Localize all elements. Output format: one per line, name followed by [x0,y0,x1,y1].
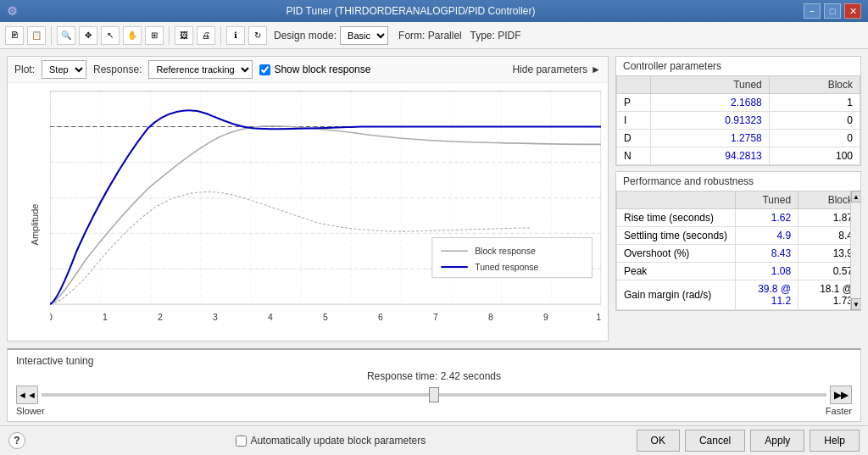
ok-button[interactable]: OK [637,430,680,452]
toolbar-icon-hand[interactable]: ✋ [123,26,142,45]
help-button[interactable]: Help [810,430,860,452]
toolbar-icon-cursor[interactable]: ↖ [101,26,120,45]
toolbar-separator-2 [169,26,170,45]
perf-tuned: 4.9 [736,227,798,245]
svg-text:7: 7 [433,313,438,322]
params-panel: Controller parameters Tuned Block P 2.16… [615,56,861,341]
window-controls: − □ ✕ [804,3,861,19]
perf-table: Tuned Block Rise time (seconds) 1.62 1.8… [616,191,860,310]
close-button[interactable]: ✕ [844,3,861,19]
chart-container: Amplitude Time (seconds) [8,83,608,348]
perf-col-tuned: Tuned [736,191,798,209]
show-block-response-label: Show block response [259,64,370,75]
svg-text:10: 10 [596,313,601,322]
slider-faster-label: Faster [826,406,852,416]
controller-params-table: Tuned Block P 2.1688 1 I 0.91323 0 D 1.2… [616,75,860,165]
slider-thumb[interactable] [429,387,439,402]
chart-svg: 0 0.2 0.4 0.6 0.8 1 1.2 0 1 2 3 4 5 6 7 [50,90,601,341]
plot-controls: Plot: Step Response: Reference tracking … [8,57,608,83]
table-row: P 2.1688 1 [617,94,860,112]
svg-text:4: 4 [268,313,273,322]
toolbar-icon-2[interactable]: 📋 [27,26,46,45]
param-tuned: 0.91323 [651,112,770,130]
slider-labels: Slower Faster [16,406,852,416]
perf-label: Peak [617,263,736,280]
toolbar-icon-grid[interactable]: ⊞ [145,26,164,45]
perf-robustness-title: Performance and robustness [616,172,860,191]
col-header-label [617,76,651,94]
table-row: Gain margin (rad/s) 39.8 @ 11.2 18.1 @ 1… [617,280,860,310]
table-row: Peak 1.08 0.57 [617,263,860,280]
toolbar-separator-1 [51,26,52,45]
y-axis-label: Amplitude [30,204,40,246]
slider-row: ◄◄ ▶▶ [16,386,852,404]
toolbar-icon-pan[interactable]: ✥ [79,26,97,45]
maximize-button[interactable]: □ [824,3,841,19]
top-section: Plot: Step Response: Reference tracking … [0,49,868,348]
perf-label: Rise time (seconds) [617,209,736,227]
plot-label: Plot: [14,64,35,75]
interactive-tuning-section: Interactive tuning Response time: 2.42 s… [7,348,861,422]
toolbar-separator-3 [220,26,221,45]
table-row: Settling time (seconds) 4.9 8.4 [617,227,860,245]
svg-text:8: 8 [488,313,493,322]
auto-update-checkbox[interactable] [236,436,247,447]
toolbar-icon-1[interactable]: 🖹 [5,26,24,45]
svg-text:9: 9 [543,313,548,322]
toolbar-icon-update[interactable]: ↻ [248,26,267,45]
scroll-up-arrow[interactable]: ▲ [851,191,860,203]
param-block: 100 [769,147,860,165]
slider-left-button[interactable]: ◄◄ [16,386,38,404]
param-label: N [617,147,651,165]
show-block-response-checkbox[interactable] [259,64,270,75]
help-icon[interactable]: ? [8,432,25,449]
window-title: PID Tuner (THIRDORDERANALOGPID/PID Contr… [18,5,804,17]
svg-text:6: 6 [378,313,383,322]
toolbar-icon-print[interactable]: 🖨 [197,26,215,45]
response-select[interactable]: Reference tracking [148,60,253,79]
svg-text:2: 2 [158,313,163,322]
slider-track[interactable] [42,393,826,397]
perf-scrollbar[interactable]: ▲ ▼ [850,191,860,310]
svg-text:5: 5 [323,313,328,322]
param-tuned: 94.2813 [651,147,770,165]
form-type-info: Form: Parallel Type: PIDF [398,30,521,42]
table-row: Overshoot (%) 8.43 13.9 [617,245,860,263]
slider-right-button[interactable]: ▶▶ [830,386,852,404]
perf-table-wrap: Tuned Block Rise time (seconds) 1.62 1.8… [616,191,860,310]
slider-slower-label: Slower [16,406,45,416]
controller-params-title: Controller parameters [616,57,860,75]
design-mode-select[interactable]: Basic [340,26,388,45]
perf-tuned: 1.08 [736,263,798,280]
response-time: Response time: 2.42 seconds [16,370,852,382]
toolbar-icon-img[interactable]: 🖼 [175,26,193,45]
toolbar: 🖹 📋 🔍 ✥ ↖ ✋ ⊞ 🖼 🖨 ℹ ↻ Design mode: Basic… [0,22,868,49]
minimize-button[interactable]: − [804,3,821,19]
bottom-bar: ? Automatically update block parameters … [0,425,868,455]
param-label: I [617,112,651,130]
apply-button[interactable]: Apply [750,430,804,452]
plot-area: Plot: Step Response: Reference tracking … [7,56,609,341]
param-block: 1 [769,94,860,112]
perf-label: Overshoot (%) [617,245,736,263]
param-tuned: 2.1688 [651,94,770,112]
interactive-tuning-title: Interactive tuning [16,355,852,367]
plot-type-select[interactable]: Step [42,60,86,79]
toolbar-icon-info[interactable]: ℹ [226,26,245,45]
param-block: 0 [769,130,860,147]
main-content: Plot: Step Response: Reference tracking … [0,49,868,455]
perf-label: Settling time (seconds) [617,227,736,245]
svg-text:Block response: Block response [475,247,536,256]
cancel-button[interactable]: Cancel [685,430,745,452]
perf-tuned: 39.8 @ 11.2 [736,280,798,310]
scroll-track [851,203,860,298]
perf-tuned: 8.43 [736,245,798,263]
hide-params-button[interactable]: Hide parameters ► [512,64,601,75]
scroll-down-arrow[interactable]: ▼ [851,298,860,310]
title-bar: ⚙ PID Tuner (THIRDORDERANALOGPID/PID Con… [0,0,868,22]
toolbar-icon-zoom[interactable]: 🔍 [57,26,75,45]
col-header-tuned: Tuned [651,76,770,94]
table-row: Rise time (seconds) 1.62 1.87 [617,209,860,227]
table-row: I 0.91323 0 [617,112,860,130]
param-label: P [617,94,651,112]
